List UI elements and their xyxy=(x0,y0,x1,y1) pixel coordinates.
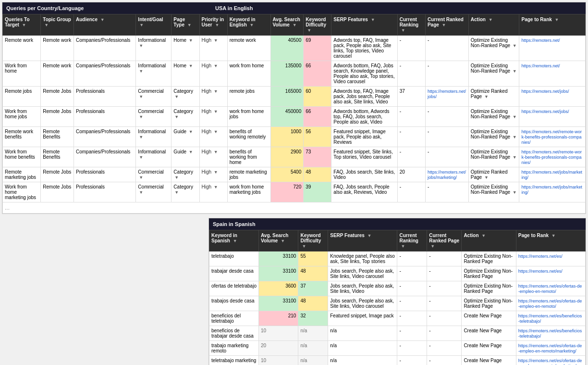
pagetype-select-4[interactable]: ▼ xyxy=(189,129,193,134)
page-rank-spanish-link-4[interactable]: https://remoters.net/es/beneficios-telet… xyxy=(518,314,582,324)
sort-icon-action-spanish[interactable]: ▼ xyxy=(481,233,486,238)
page-rank-spanish-link-7[interactable]: https://remoters.net/es/ofertas-de-emple… xyxy=(518,358,582,365)
col-header-serp[interactable]: SERP Features ▼ xyxy=(331,14,397,36)
sort-icon-difficulty[interactable]: ▼ xyxy=(307,28,311,33)
page-rank-spanish-link-6[interactable]: https://remoters.net/es/ofertas-de-emple… xyxy=(518,343,582,353)
col-header-ranked-spanish[interactable]: Current Ranked Page ▼ xyxy=(427,230,462,252)
sort-icon-topic[interactable]: ▼ xyxy=(44,23,49,27)
priority-select-6[interactable]: ▼ xyxy=(214,170,218,175)
keyword-cell-3: work from home jobs xyxy=(230,109,264,119)
intent-select-1[interactable]: ▼ xyxy=(139,69,143,74)
priority-select-4[interactable]: ▼ xyxy=(214,129,218,134)
col-header-pagetype[interactable]: Page Type ▼ xyxy=(172,14,199,36)
priority-select-3[interactable]: ▼ xyxy=(214,109,218,114)
page-to-rank-link-0[interactable]: https://remoters.net/ xyxy=(521,38,560,43)
page-to-rank-link-7[interactable]: https://remoters.net/jobs/marketing/ xyxy=(521,185,582,195)
action-select-3[interactable]: ▼ xyxy=(513,114,517,119)
pagetype-select-5[interactable]: ▼ xyxy=(189,150,193,154)
page-rank-spanish-link-3[interactable]: https://remoters.net/es/ofertas-de-emple… xyxy=(518,299,582,309)
action-select-6[interactable]: ▼ xyxy=(484,175,489,180)
col-header-queries[interactable]: Queries To Target ▼ xyxy=(3,14,41,36)
sort-icon-keyword[interactable]: ▼ xyxy=(250,23,254,27)
page-rank-spanish-link-1[interactable]: https://remoters.net/es/ xyxy=(518,269,563,274)
col-header-avg-spanish[interactable]: Avg. Search Volume ▼ xyxy=(259,230,298,252)
page-wrapper: Queries per Country/Language USA in Engl… xyxy=(0,0,588,365)
pagetype-select-3[interactable]: ▼ xyxy=(174,114,179,119)
sort-icon-intent[interactable]: ▼ xyxy=(139,23,144,27)
col-header-kw-spanish[interactable]: Keyword in Spanish ▼ xyxy=(209,230,259,252)
sort-icon-priority[interactable]: ▼ xyxy=(215,23,220,27)
col-header-ranking-spanish[interactable]: Current Ranking ▼ xyxy=(397,230,427,252)
priority-select-2[interactable]: ▼ xyxy=(214,89,218,94)
action-select-4[interactable]: ▼ xyxy=(513,135,517,139)
sort-icon-diff-spanish[interactable]: ▼ xyxy=(302,244,306,249)
ranked-page-link-6[interactable]: https://remoters.net/jobs/marketing/ xyxy=(428,170,466,180)
sort-icon-serp-spanish[interactable]: ▼ xyxy=(368,233,372,238)
col-header-priority[interactable]: Priority in User ▼ xyxy=(199,14,227,36)
page-to-rank-link-2[interactable]: https://remoters.net/jobs/ xyxy=(521,89,569,94)
sort-icon-ranked-spanish[interactable]: ▼ xyxy=(430,244,435,249)
page-to-rank-link-5[interactable]: https://remoters.net/remote-work-benefit… xyxy=(521,150,582,165)
intent-select-4[interactable]: ▼ xyxy=(139,135,143,139)
intent-select-3[interactable]: ▼ xyxy=(139,114,143,119)
pagetype-select-6[interactable]: ▼ xyxy=(174,175,179,180)
pagetype-select-0[interactable]: ▼ xyxy=(189,38,193,43)
col-header-rankedpage[interactable]: Current Ranked Page ▼ xyxy=(425,14,468,36)
sort-icon-queries[interactable]: ▼ xyxy=(22,23,26,27)
priority-select-5[interactable]: ▼ xyxy=(214,150,218,154)
action-spanish-cell-0: Optimize Existing Non-Ranked Page xyxy=(464,253,513,264)
intent-select-5[interactable]: ▼ xyxy=(139,155,143,160)
col-header-keyword[interactable]: Keyword in English ▼ xyxy=(227,14,270,36)
col-header-avgsearch[interactable]: Avg. Search Volume ▼ xyxy=(270,14,304,36)
sort-icon-avgsearch[interactable]: ▼ xyxy=(293,23,297,27)
action-select-7[interactable]: ▼ xyxy=(513,190,517,195)
col-header-diff-spanish[interactable]: Keyword Difficulty ▼ xyxy=(298,230,328,252)
sort-icon-pagetorank[interactable]: ▼ xyxy=(555,17,559,22)
sort-icon-rankedpage[interactable]: ▼ xyxy=(442,23,446,27)
page-rank-spanish-link-2[interactable]: https://remoters.net/es/ofertas-de-emple… xyxy=(518,284,582,294)
page-to-rank-link-4[interactable]: https://remoters.net/remote-work-benefit… xyxy=(521,129,582,145)
ranked-page-link-2[interactable]: https://remoters.net/jobs/ xyxy=(428,89,466,99)
sort-icon-pagerank-spanish[interactable]: ▼ xyxy=(551,233,556,238)
col-header-difficulty[interactable]: Keyword Difficulty ▼ xyxy=(304,14,331,36)
pagetype-select-7[interactable]: ▼ xyxy=(174,190,179,195)
pagetype-select-1[interactable]: ▼ xyxy=(189,63,193,68)
bottom-table: Keyword in Spanish ▼ Avg. Search Volume … xyxy=(209,230,586,365)
intent-select-7[interactable]: ▼ xyxy=(139,190,143,195)
sort-icon-serp[interactable]: ▼ xyxy=(371,17,375,22)
page-to-rank-link-3[interactable]: https://remoters.net/jobs/ xyxy=(521,109,569,114)
sort-icon-audience[interactable]: ▼ xyxy=(100,17,105,22)
col-header-pagerank-spanish[interactable]: Page to Rank ▼ xyxy=(516,230,585,252)
page-to-rank-link-1[interactable]: https://remoters.net/ xyxy=(521,63,560,68)
col-header-ranking[interactable]: Current Ranking ▼ xyxy=(397,14,425,36)
sort-icon-kw-spanish[interactable]: ▼ xyxy=(233,239,237,243)
col-header-intent[interactable]: Intent/Goal ▼ xyxy=(136,14,172,36)
vol-spanish-cell-6: 20 xyxy=(261,343,266,348)
sort-icon-action[interactable]: ▼ xyxy=(489,17,493,22)
sort-icon-ranking[interactable]: ▼ xyxy=(401,28,405,33)
page-rank-spanish-link-5[interactable]: https://remoters.net/es/beneficios-telet… xyxy=(518,328,582,339)
col-header-action[interactable]: Action ▼ xyxy=(468,14,519,36)
priority-select-0[interactable]: ▼ xyxy=(214,38,218,43)
page-rank-spanish-link-0[interactable]: https://remoters.net/es/ xyxy=(518,254,563,259)
sort-icon-ranking-spanish[interactable]: ▼ xyxy=(401,244,405,249)
col-header-serp-spanish[interactable]: SERP Features ▼ xyxy=(328,230,397,252)
col-header-action-spanish[interactable]: Action ▼ xyxy=(462,230,516,252)
action-select-2[interactable]: ▼ xyxy=(484,94,489,99)
intent-select-0[interactable]: ▼ xyxy=(139,43,143,48)
sort-icon-avg-spanish[interactable]: ▼ xyxy=(281,239,285,243)
page-to-rank-link-6[interactable]: https://remoters.net/jobs/marketing/ xyxy=(521,170,582,180)
sort-icon-pagetype[interactable]: ▼ xyxy=(187,23,192,27)
pagetype-select-2[interactable]: ▼ xyxy=(174,94,179,99)
intent-select-6[interactable]: ▼ xyxy=(139,175,143,180)
action-select-0[interactable]: ▼ xyxy=(513,43,517,48)
action-select-5[interactable]: ▼ xyxy=(513,155,517,160)
col-header-topic[interactable]: Topic Group ▼ xyxy=(41,14,74,36)
priority-select-7[interactable]: ▼ xyxy=(214,185,218,189)
priority-select-1[interactable]: ▼ xyxy=(214,63,218,68)
action-select-1[interactable]: ▼ xyxy=(513,69,517,74)
table-row: Remote marketing jobsRemote JobsProfessi… xyxy=(3,167,586,182)
intent-select-2[interactable]: ▼ xyxy=(139,94,143,99)
col-header-pagetorank[interactable]: Page to Rank ▼ xyxy=(519,14,586,36)
col-header-audience[interactable]: Audience ▼ xyxy=(74,14,135,36)
